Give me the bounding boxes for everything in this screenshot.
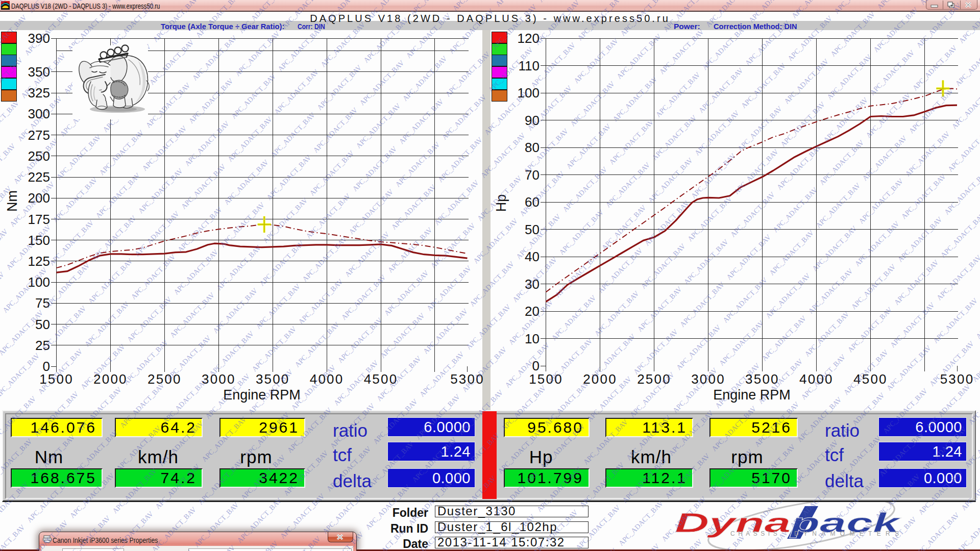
- svg-text:4000: 4000: [799, 371, 834, 387]
- svg-text:4000: 4000: [310, 371, 344, 387]
- svg-text:90: 90: [525, 113, 540, 128]
- svg-text:1500: 1500: [39, 371, 74, 387]
- svg-text:70: 70: [525, 167, 540, 183]
- svg-text:80: 80: [525, 140, 540, 155]
- svg-text:390: 390: [28, 31, 50, 46]
- svg-text:CHASSIS: CHASSIS: [730, 530, 780, 537]
- svg-text:110: 110: [519, 58, 540, 73]
- svg-text:120: 120: [518, 31, 540, 46]
- svg-text:60: 60: [525, 194, 540, 210]
- svg-text:2000: 2000: [93, 371, 128, 387]
- svg-text:300: 300: [28, 106, 50, 121]
- svg-text:5300: 5300: [450, 371, 484, 387]
- svg-text:2500: 2500: [148, 371, 182, 387]
- svg-text:30: 30: [525, 277, 540, 292]
- svg-text:3500: 3500: [745, 371, 779, 387]
- svg-text:2000: 2000: [583, 371, 617, 387]
- svg-text:20: 20: [525, 304, 540, 319]
- svg-text:150: 150: [28, 233, 50, 248]
- svg-text:225: 225: [28, 169, 50, 185]
- svg-text:Engine RPM: Engine RPM: [713, 387, 791, 403]
- svg-text:4500: 4500: [853, 371, 888, 387]
- svg-text:Nm: Nm: [5, 190, 20, 212]
- svg-text:175: 175: [28, 212, 50, 227]
- svg-text:Hp: Hp: [494, 194, 509, 212]
- svg-text:3500: 3500: [256, 371, 290, 387]
- svg-text:3000: 3000: [691, 371, 725, 387]
- svg-text:40: 40: [525, 249, 540, 264]
- svg-text:100: 100: [518, 85, 540, 101]
- svg-text:125: 125: [28, 254, 50, 269]
- svg-text:Engine RPM: Engine RPM: [223, 387, 301, 403]
- svg-text:5300: 5300: [940, 371, 974, 387]
- svg-text:100: 100: [28, 274, 50, 290]
- svg-text:275: 275: [28, 128, 50, 143]
- svg-text:325: 325: [28, 85, 50, 101]
- svg-text:250: 250: [28, 148, 50, 164]
- svg-text:1500: 1500: [529, 371, 563, 387]
- svg-text:200: 200: [28, 190, 50, 206]
- svg-text:10: 10: [525, 331, 540, 346]
- svg-text:DYNAMOMETERS: DYNAMOMETERS: [794, 530, 903, 537]
- svg-text:2500: 2500: [637, 371, 671, 387]
- svg-text:4500: 4500: [364, 371, 398, 387]
- svg-text:350: 350: [28, 64, 50, 80]
- svg-text:50: 50: [525, 222, 540, 237]
- svg-text:25: 25: [35, 338, 50, 353]
- svg-text:3000: 3000: [202, 371, 236, 387]
- svg-text:75: 75: [35, 295, 50, 311]
- svg-text:50: 50: [35, 317, 50, 332]
